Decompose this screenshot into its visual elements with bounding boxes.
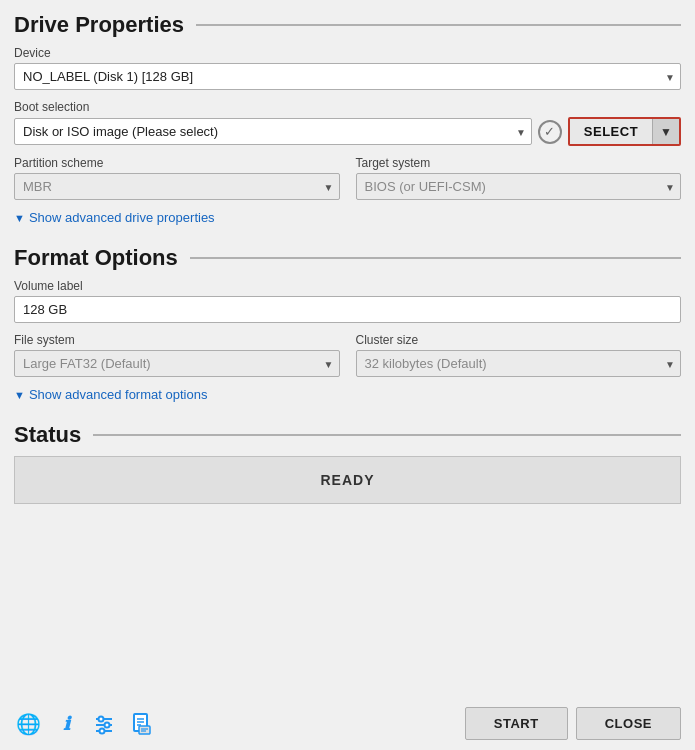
info-icon[interactable]: ℹ <box>52 710 80 738</box>
boot-selection-row: Disk or ISO image (Please select) ▼ ✓ SE… <box>14 117 681 146</box>
device-row: NO_LABEL (Disk 1) [128 GB] ▼ <box>14 63 681 90</box>
select-button-group: SELECT ▼ <box>568 117 681 146</box>
bottom-buttons: START CLOSE <box>465 707 681 740</box>
status-header: Status <box>14 422 681 448</box>
svg-rect-10 <box>139 726 150 734</box>
svg-point-1 <box>99 716 104 721</box>
select-dropdown-arrow[interactable]: ▼ <box>652 119 679 144</box>
volume-label-label: Volume label <box>14 279 681 293</box>
sliders-icon[interactable] <box>90 710 118 738</box>
app-window: Drive Properties Device NO_LABEL (Disk 1… <box>0 0 695 750</box>
filesystem-col: File system Large FAT32 (Default) ▼ <box>14 333 340 377</box>
select-button[interactable]: SELECT <box>570 119 652 144</box>
format-options-header: Format Options <box>14 245 681 271</box>
filesystem-label: File system <box>14 333 340 347</box>
bottom-bar: 🌐 ℹ <box>14 701 681 740</box>
filesystem-dropdown-wrapper: Large FAT32 (Default) ▼ <box>14 350 340 377</box>
format-options-title: Format Options <box>14 245 178 271</box>
checkmark-icon: ✓ <box>538 120 562 144</box>
status-text: READY <box>320 472 374 488</box>
drive-properties-header: Drive Properties <box>14 12 681 38</box>
target-system-label: Target system <box>356 156 682 170</box>
boot-dropdown-wrapper: Disk or ISO image (Please select) ▼ <box>14 118 532 145</box>
start-button[interactable]: START <box>465 707 568 740</box>
drive-properties-divider <box>196 24 681 26</box>
svg-point-3 <box>105 722 110 727</box>
format-options-divider <box>190 257 681 259</box>
drive-properties-section: Drive Properties Device NO_LABEL (Disk 1… <box>14 12 681 235</box>
drive-properties-title: Drive Properties <box>14 12 184 38</box>
svg-point-5 <box>100 728 105 733</box>
close-button[interactable]: CLOSE <box>576 707 681 740</box>
target-dropdown[interactable]: BIOS (or UEFI-CSM) <box>356 173 682 200</box>
device-dropdown-wrapper: NO_LABEL (Disk 1) [128 GB] ▼ <box>14 63 681 90</box>
status-divider <box>93 434 681 436</box>
partition-dropdown[interactable]: MBR <box>14 173 340 200</box>
device-label: Device <box>14 46 681 60</box>
partition-target-row: Partition scheme MBR ▼ Target system BIO… <box>14 156 681 200</box>
boot-dropdown[interactable]: Disk or ISO image (Please select) <box>14 118 532 145</box>
target-system-col: Target system BIOS (or UEFI-CSM) ▼ <box>356 156 682 200</box>
status-title: Status <box>14 422 81 448</box>
cluster-dropdown[interactable]: 32 kilobytes (Default) <box>356 350 682 377</box>
bottom-icons: 🌐 ℹ <box>14 710 156 738</box>
target-dropdown-wrapper: BIOS (or UEFI-CSM) ▼ <box>356 173 682 200</box>
status-area: READY <box>14 456 681 504</box>
chevron-down-icon-2: ▼ <box>14 389 25 401</box>
filesystem-dropdown[interactable]: Large FAT32 (Default) <box>14 350 340 377</box>
cluster-size-col: Cluster size 32 kilobytes (Default) ▼ <box>356 333 682 377</box>
device-dropdown[interactable]: NO_LABEL (Disk 1) [128 GB] <box>14 63 681 90</box>
cluster-size-label: Cluster size <box>356 333 682 347</box>
filesystem-cluster-row: File system Large FAT32 (Default) ▼ Clus… <box>14 333 681 377</box>
volume-label-row <box>14 296 681 323</box>
chevron-down-icon: ▼ <box>14 212 25 224</box>
show-advanced-format-link[interactable]: ▼ Show advanced format options <box>14 387 681 402</box>
boot-selection-label: Boot selection <box>14 100 681 114</box>
cluster-dropdown-wrapper: 32 kilobytes (Default) ▼ <box>356 350 682 377</box>
globe-icon[interactable]: 🌐 <box>14 710 42 738</box>
show-advanced-drive-link[interactable]: ▼ Show advanced drive properties <box>14 210 681 225</box>
partition-dropdown-wrapper: MBR ▼ <box>14 173 340 200</box>
partition-scheme-col: Partition scheme MBR ▼ <box>14 156 340 200</box>
format-options-section: Format Options Volume label File system … <box>14 245 681 412</box>
partition-scheme-label: Partition scheme <box>14 156 340 170</box>
volume-label-input[interactable] <box>14 296 681 323</box>
document-icon[interactable] <box>128 710 156 738</box>
status-section: Status READY <box>14 422 681 514</box>
